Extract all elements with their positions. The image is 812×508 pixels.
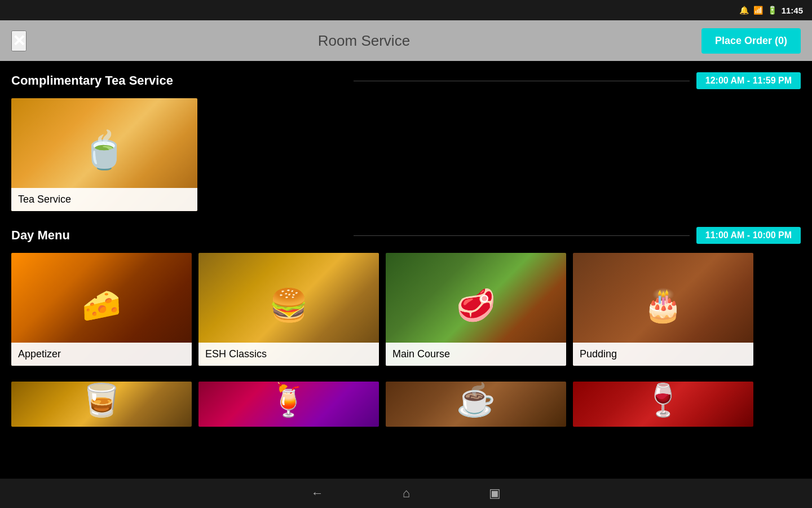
appetizer-label: Appetizer — [11, 343, 192, 366]
status-bar: 🔔 📶 🔋 11:45 — [0, 0, 812, 20]
drink1-item[interactable] — [11, 382, 192, 427]
appetizer-item[interactable]: Appetizer — [11, 253, 192, 366]
tea-service-label: Tea Service — [11, 188, 197, 211]
status-time: 11:45 — [782, 6, 803, 15]
main-content: Complimentary Tea Service 12:00 AM - 11:… — [0, 61, 812, 479]
bottom-nav-bar: ← ⌂ ▣ — [0, 479, 812, 508]
main-course-item[interactable]: Main Course — [386, 253, 566, 366]
day-menu-section-header: Day Menu 11:00 AM - 10:00 PM — [11, 227, 801, 244]
coffee-item[interactable] — [386, 382, 566, 427]
esh-classics-item[interactable]: ESH Classics — [198, 253, 379, 366]
bottom-row-grid — [11, 382, 801, 427]
back-button[interactable]: ← — [311, 486, 324, 501]
tea-service-item[interactable]: Tea Service — [11, 98, 197, 211]
wine-item[interactable] — [573, 382, 753, 427]
coffee-image — [386, 382, 566, 427]
top-bar: ✕ Room Service Place Order (0) — [0, 20, 812, 61]
main-course-label: Main Course — [386, 343, 566, 366]
wifi-icon: 📶 — [753, 6, 763, 15]
place-order-button[interactable]: Place Order (0) — [701, 28, 801, 54]
day-menu-section-title: Day Menu — [11, 228, 347, 243]
day-menu-section-divider — [354, 235, 689, 236]
drink1-image — [11, 382, 192, 427]
close-button[interactable]: ✕ — [11, 30, 27, 51]
cocktail-image — [198, 382, 379, 427]
tea-menu-grid: Tea Service — [11, 98, 801, 211]
pudding-item[interactable]: Pudding — [573, 253, 753, 366]
home-button[interactable]: ⌂ — [403, 486, 410, 501]
pudding-label: Pudding — [573, 343, 753, 366]
battery-icon: 🔋 — [767, 6, 777, 15]
day-menu-grid: Appetizer ESH Classics Main Course Puddi… — [11, 253, 801, 366]
day-menu-section-time: 11:00 AM - 10:00 PM — [696, 227, 801, 244]
esh-classics-label: ESH Classics — [198, 343, 379, 366]
mute-icon: 🔔 — [739, 6, 749, 15]
cocktail-item[interactable] — [198, 382, 379, 427]
tea-section-header: Complimentary Tea Service 12:00 AM - 11:… — [11, 72, 801, 89]
tea-section-divider — [354, 81, 689, 81]
wine-image — [573, 382, 753, 427]
tea-section-time: 12:00 AM - 11:59 PM — [696, 72, 801, 89]
page-title: Room Service — [318, 32, 410, 50]
recent-apps-button[interactable]: ▣ — [489, 486, 501, 501]
tea-section-title: Complimentary Tea Service — [11, 73, 347, 88]
